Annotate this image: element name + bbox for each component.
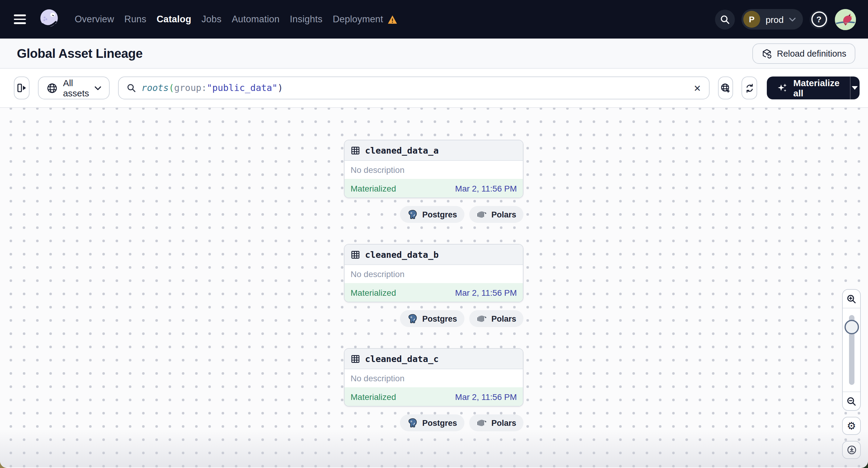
asset-name: cleaned_data_a — [365, 146, 438, 155]
table-icon — [350, 146, 360, 155]
nav-items: Overview Runs Catalog Jobs Automation In… — [75, 14, 398, 25]
polars-icon — [476, 314, 487, 323]
tag-polars[interactable]: Polars — [469, 414, 523, 431]
asset-name: cleaned_data_c — [365, 354, 438, 364]
search-icon — [126, 83, 136, 93]
materialize-all-split-button: Materialize all — [767, 76, 860, 99]
status-badge: Materialized — [350, 392, 396, 401]
reload-definitions-button[interactable]: Reload definitions — [752, 43, 855, 64]
polars-icon — [476, 418, 487, 427]
lineage-canvas[interactable]: cleaned_data_a No description Materializ… — [0, 108, 868, 467]
materialization-timestamp[interactable]: Mar 2, 11:56 PM — [455, 392, 517, 401]
clear-query-icon[interactable]: ✕ — [693, 84, 701, 92]
tag-label: Polars — [491, 314, 516, 323]
asset-tag-row: Postgres Polars — [344, 206, 523, 223]
materialization-timestamp[interactable]: Mar 2, 11:56 PM — [455, 288, 517, 297]
polars-icon — [476, 210, 487, 219]
zoom-out-button[interactable] — [843, 392, 860, 410]
deployment-switcher[interactable]: P prod — [742, 9, 803, 30]
deployment-name: prod — [766, 14, 784, 24]
tag-label: Postgres — [422, 418, 457, 427]
asset-node-cleaned-data-a[interactable]: cleaned_data_a No description Materializ… — [344, 140, 523, 198]
postgres-icon — [407, 313, 418, 324]
globe-icon — [46, 82, 58, 94]
asset-node-cleaned-data-b[interactable]: cleaned_data_b No description Materializ… — [344, 244, 523, 302]
asset-scope-label: All assets — [63, 78, 89, 98]
reload-code-location-icon — [761, 48, 772, 59]
lineage-toolbar: All assets roots(group:"public_data") ✕ — [0, 69, 868, 108]
page-title: Global Asset Lineage — [17, 46, 143, 61]
download-image-button[interactable] — [842, 441, 861, 459]
app-window: Overview Runs Catalog Jobs Automation In… — [0, 0, 868, 468]
deployment-initial-badge: P — [743, 11, 760, 28]
chevron-down-icon — [789, 17, 796, 21]
warning-icon — [387, 15, 398, 24]
asset-node-block: cleaned_data_a No description Materializ… — [344, 140, 523, 223]
asset-node-header: cleaned_data_b — [345, 245, 523, 265]
zoom-panel — [842, 289, 861, 411]
view-full-graph-button[interactable] — [718, 76, 733, 99]
asset-description: No description — [345, 161, 523, 179]
asset-status-row: Materialized Mar 2, 11:56 PM — [345, 179, 523, 197]
zoom-slider[interactable] — [843, 308, 860, 392]
table-icon — [350, 250, 360, 259]
asset-node-block: cleaned_data_c No description Materializ… — [344, 348, 523, 431]
sparkles-icon — [777, 83, 788, 93]
postgres-icon — [407, 417, 418, 428]
asset-description: No description — [345, 369, 523, 387]
asset-node-header: cleaned_data_c — [345, 349, 523, 369]
user-avatar[interactable] — [835, 9, 856, 30]
page-header: Global Asset Lineage Reload definitions — [0, 38, 868, 69]
asset-name: cleaned_data_b — [365, 250, 438, 259]
status-badge: Materialized — [350, 288, 396, 297]
nav-item-automation[interactable]: Automation — [231, 14, 279, 25]
asset-selection-query: roots(group:"public_data") — [142, 83, 283, 93]
zoom-slider-thumb[interactable] — [844, 320, 859, 334]
asset-node-block: cleaned_data_b No description Materializ… — [344, 244, 523, 327]
question-icon: ? — [811, 11, 827, 27]
gear-icon: ⚙ — [847, 421, 856, 431]
asset-status-row: Materialized Mar 2, 11:56 PM — [345, 387, 523, 406]
tag-polars[interactable]: Polars — [469, 206, 523, 223]
asset-scope-select[interactable]: All assets — [38, 76, 110, 99]
asset-selection-input[interactable]: roots(group:"public_data") ✕ — [118, 76, 710, 99]
tag-label: Polars — [491, 418, 516, 427]
asset-description: No description — [345, 265, 523, 283]
dagster-logo-icon[interactable] — [37, 7, 61, 31]
chevron-down-icon — [95, 86, 101, 90]
tag-postgres[interactable]: Postgres — [400, 414, 464, 431]
tag-polars[interactable]: Polars — [469, 310, 523, 327]
open-left-panel-button[interactable] — [14, 76, 29, 99]
nav-right-cluster: P prod ? — [715, 9, 856, 30]
postgres-icon — [407, 209, 418, 220]
nav-item-overview[interactable]: Overview — [75, 14, 114, 25]
materialize-all-label: Materialize all — [793, 78, 839, 98]
status-badge: Materialized — [350, 183, 396, 193]
asset-node-header: cleaned_data_a — [345, 141, 523, 161]
nav-item-runs[interactable]: Runs — [124, 14, 146, 25]
tag-postgres[interactable]: Postgres — [400, 310, 464, 327]
tag-label: Polars — [491, 210, 516, 219]
table-icon — [350, 354, 360, 364]
tag-label: Postgres — [422, 314, 457, 323]
refresh-button[interactable] — [742, 76, 757, 99]
search-button[interactable] — [715, 9, 735, 29]
search-icon — [720, 14, 730, 24]
graph-controls: ⚙ — [842, 289, 861, 459]
tag-label: Postgres — [422, 210, 457, 219]
download-icon — [846, 444, 857, 455]
nav-item-catalog[interactable]: Catalog — [157, 14, 191, 25]
asset-tag-row: Postgres Polars — [344, 414, 523, 431]
materialization-timestamp[interactable]: Mar 2, 11:56 PM — [455, 183, 517, 193]
tag-postgres[interactable]: Postgres — [400, 206, 464, 223]
materialize-all-button[interactable]: Materialize all — [767, 76, 849, 99]
materialize-options-button[interactable] — [850, 76, 860, 99]
asset-node-cleaned-data-c[interactable]: cleaned_data_c No description Materializ… — [344, 348, 523, 407]
nav-item-deployment[interactable]: Deployment — [333, 14, 383, 25]
graph-settings-button[interactable]: ⚙ — [842, 417, 861, 435]
help-button[interactable]: ? — [810, 10, 828, 29]
nav-item-insights[interactable]: Insights — [290, 14, 322, 25]
menu-icon[interactable] — [14, 15, 26, 24]
nav-item-jobs[interactable]: Jobs — [202, 14, 221, 25]
zoom-in-button[interactable] — [843, 290, 860, 308]
